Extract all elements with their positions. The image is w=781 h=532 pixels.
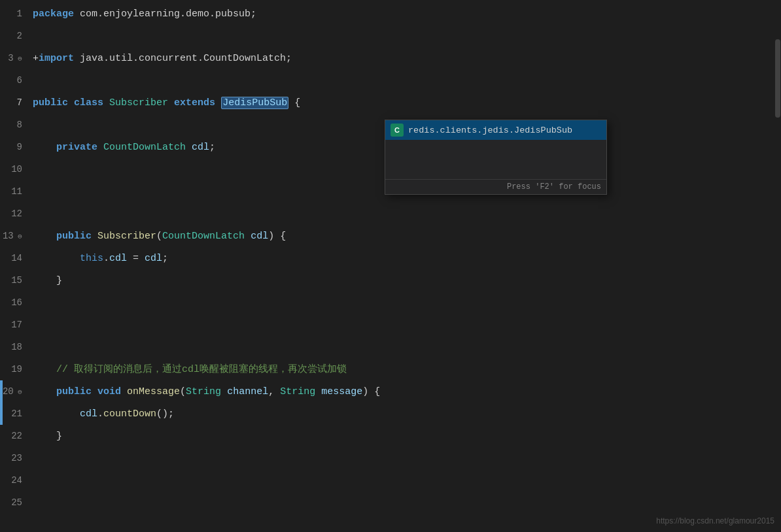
plain-token: ; [209,142,215,153]
variable-token: cdl [145,253,162,264]
plain-token: . [103,253,109,264]
line-number: 19 [0,358,30,380]
plain-token: . [97,408,103,420]
plain-token: ( [180,386,186,397]
code-line: 15 } [0,269,781,291]
code-line: 25 [0,491,781,514]
code-line: 2 [0,25,781,47]
line-content: +import java.util.concurrent.CountDownLa… [30,48,781,70]
line-content: // 取得订阅的消息后，通过cdl唤醒被阻塞的线程，再次尝试加锁 [30,359,781,381]
plain-token: java.util.concurrent.CountDownLatch; [74,53,292,64]
classname-token: Subscriber [109,97,168,108]
plain-token [245,231,251,242]
plain-token [121,386,127,397]
line-number: 10 [0,158,30,180]
line-content: public Subscriber(CountDownLatch cdl) { [30,225,781,248]
watermark: https://blog.csdn.net/glamour2015 [656,516,774,525]
line-content: public class Subscriber extends JedisPub… [30,92,781,114]
line-number: 7 [0,91,30,114]
line-content: package com.enjoylearning.demo.pubsub; [30,3,781,25]
plain-token: } [33,275,62,286]
code-line: 7public class Subscriber extends JedisPu… [0,91,781,114]
plain-token [33,364,56,375]
variable-token: channel [227,386,268,397]
plain-token [92,231,97,242]
plain-token: ( [156,231,162,242]
line-number: 14 [0,247,30,269]
code-line: 17 [0,314,781,336]
plain-token: , [268,386,280,397]
line-content: } [30,270,781,292]
plain-token: ; [162,253,168,264]
autocomplete-class-icon: C [390,124,404,137]
code-line: 18 [0,336,781,358]
line-number: 18 [0,336,30,358]
method-token: countDown [103,408,156,420]
type-token: CountDownLatch [162,231,245,242]
highlighted-token: JedisPubSub [221,97,288,109]
line-content: } [30,425,781,448]
keyword-token: public [56,231,92,242]
line-number: 15 [0,269,30,291]
keyword-token: void [97,386,121,397]
line-content: this.cdl = cdl; [30,248,781,270]
code-line: 22 } [0,425,781,447]
code-line: 19 // 取得订阅的消息后，通过cdl唤醒被阻塞的线程，再次尝试加锁 [0,358,781,380]
plain-token: com.enjoylearning.demo.pubsub; [74,8,256,20]
scrollbar[interactable] [773,0,781,532]
line-number: 3 ⊖ [0,47,30,70]
autocomplete-popup[interactable]: C redis.clients.jedis.JedisPubSub Press … [385,120,607,195]
keyword-token: extends [174,97,215,108]
line-number: 23 [0,447,30,469]
autocomplete-footer: Press 'F2' for focus [385,179,606,194]
code-line: 23 [0,447,781,469]
plain-token [215,97,221,108]
plain-token [33,253,80,264]
line-number: 22 [0,425,30,447]
code-line: 14 this.cdl = cdl; [0,247,781,269]
line-content: public void onMessage(String channel, St… [30,381,781,403]
line-number: 13 ⊖ [0,225,30,248]
plain-token: { [288,97,300,108]
line-number: 17 [0,314,30,336]
keyword-token: class [74,97,103,108]
variable-token: cdl [80,408,97,420]
plain-token [68,97,74,108]
line-number: 25 [0,491,30,514]
plain-token [33,386,56,397]
plain-token [103,97,109,108]
plain-token: ) { [362,386,380,397]
plain-token: ) { [268,231,286,242]
plain-token [315,386,321,397]
plain-token [97,142,103,153]
method-token: Subscriber [97,231,156,242]
line-number: 21 [0,403,30,425]
plain-token [33,142,56,153]
plain-token [33,408,80,420]
keyword-token: import [39,53,74,64]
variable-token: cdl [109,253,127,264]
autocomplete-item-label: redis.clients.jedis.JedisPubSub [408,125,572,135]
plain-token: (); [156,408,174,420]
autocomplete-item[interactable]: C redis.clients.jedis.JedisPubSub [385,120,606,140]
line-number: 16 [0,291,30,314]
line-number: 8 [0,114,30,136]
keyword-token: private [56,142,97,153]
keyword-token: package [33,8,74,20]
line-number: 12 [0,203,30,225]
variable-token: message [321,386,362,397]
type-token: String [186,386,221,397]
editor-container: 1package com.enjoylearning.demo.pubsub;2… [0,0,781,532]
code-line: 1package com.enjoylearning.demo.pubsub; [0,3,781,25]
plain-token [92,386,97,397]
line-number: 11 [0,180,30,203]
line-number: 6 [0,69,30,91]
method-token: onMessage [127,386,180,397]
code-line: 20 ⊖ public void onMessage(String channe… [0,380,781,403]
variable-token: cdl [251,231,268,242]
code-line: 12 [0,203,781,225]
scrollbar-thumb[interactable] [775,39,780,118]
variable-token: cdl [192,142,209,153]
keyword-token: public [56,386,92,397]
plain-token [168,97,174,108]
